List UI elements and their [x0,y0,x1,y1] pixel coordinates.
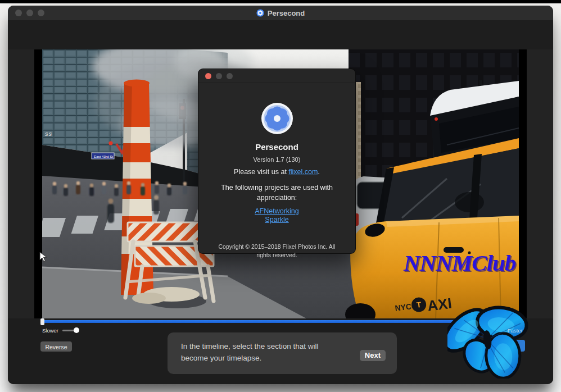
next-button[interactable]: Next [360,350,386,361]
speed-slider-thumb[interactable] [74,327,79,333]
flixel-link[interactable]: flixel.com [288,168,318,176]
visit-prefix: Please visit us at [234,168,288,176]
street-sign-label: East 43rd St [94,154,113,158]
window-controls [15,10,44,16]
afnetworking-link[interactable]: AFNetworking [255,207,299,215]
street-sign: East 43rd St [92,153,114,159]
persecond-flower-icon [261,102,293,135]
storefront-sign-partial: ss [45,130,52,137]
timeline-start-handle[interactable] [40,318,44,325]
persecond-app-icon [256,9,264,17]
about-copyright: Copyright © 2015–2018 Flixel Photos Inc.… [212,243,342,259]
desktop-top-strip [0,0,561,3]
window-title-label: Persecond [268,9,305,17]
window-titlebar: Persecond [8,6,553,20]
tooltip-text: In the timeline, select the section that… [181,341,338,364]
visit-suffix: . [318,168,319,176]
about-projects-intro: The following projects are used with app… [213,183,341,203]
about-zoom-button[interactable] [227,73,233,79]
slower-label: Slower [42,327,58,334]
reverse-button[interactable]: Reverse [40,341,72,352]
onboarding-tooltip: In the timeline, select the section that… [168,332,397,374]
speed-slider[interactable] [62,330,77,331]
about-minimize-button[interactable] [216,73,222,79]
about-app-name: Persecond [198,142,355,152]
about-version: Version 1.7 (130) [198,156,355,163]
about-visit-line: Please visit us at flixel.com. [198,168,355,176]
toolbar-strip [8,20,553,49]
window-title: Persecond [256,9,305,17]
about-dialog: Persecond Version 1.7 (130) Please visit… [198,69,356,254]
mouse-cursor [39,252,48,263]
sparkle-link[interactable]: Sparkle [265,216,288,224]
screen: Persecond [0,0,561,392]
butterfly-image [447,304,533,379]
faster-label: Faster [508,327,523,334]
about-window-controls [205,73,233,79]
minimize-button[interactable] [26,10,33,16]
about-titlebar [198,69,355,83]
close-button[interactable] [15,10,22,16]
watermark-text: NNNMClub [404,249,544,276]
about-close-button[interactable] [205,73,211,79]
zoom-button[interactable] [38,10,44,16]
